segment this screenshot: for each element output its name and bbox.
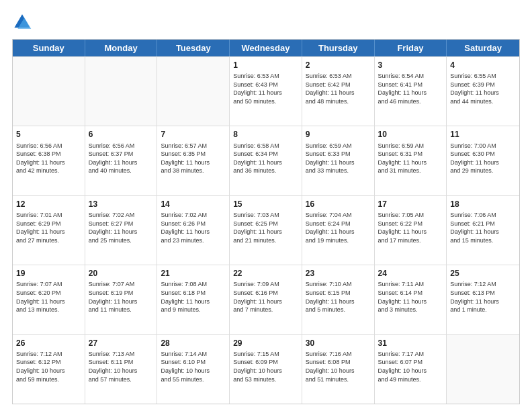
calendar-cell: 28Sunrise: 7:14 AM Sunset: 6:10 PM Dayli… xyxy=(157,335,230,404)
day-number: 23 xyxy=(306,268,371,279)
calendar-cell: 30Sunrise: 7:16 AM Sunset: 6:08 PM Dayli… xyxy=(302,335,375,404)
calendar-cell: 26Sunrise: 7:12 AM Sunset: 6:12 PM Dayli… xyxy=(13,335,85,404)
calendar-cell: 3Sunrise: 6:54 AM Sunset: 6:41 PM Daylig… xyxy=(375,57,447,126)
calendar-week-row: 19Sunrise: 7:07 AM Sunset: 6:20 PM Dayli… xyxy=(13,265,519,334)
calendar-cell: 21Sunrise: 7:08 AM Sunset: 6:18 PM Dayli… xyxy=(157,265,230,334)
calendar-cell: 6Sunrise: 6:56 AM Sunset: 6:37 PM Daylig… xyxy=(85,126,158,195)
calendar-cell: 22Sunrise: 7:09 AM Sunset: 6:16 PM Dayli… xyxy=(230,265,302,334)
calendar-cell: 20Sunrise: 7:07 AM Sunset: 6:19 PM Dayli… xyxy=(85,265,158,334)
logo-icon xyxy=(12,12,32,32)
calendar-week-row: 12Sunrise: 7:01 AM Sunset: 6:29 PM Dayli… xyxy=(13,195,519,265)
calendar-cell xyxy=(13,57,85,126)
day-number: 13 xyxy=(89,199,154,210)
calendar-header-row: SundayMondayTuesdayWednesdayThursdayFrid… xyxy=(13,40,519,56)
day-number: 24 xyxy=(378,268,443,279)
day-number: 20 xyxy=(89,268,154,279)
calendar-cell: 14Sunrise: 7:02 AM Sunset: 6:26 PM Dayli… xyxy=(157,196,230,265)
cell-info: Sunrise: 6:55 AM Sunset: 6:39 PM Dayligh… xyxy=(450,72,516,105)
cell-info: Sunrise: 7:05 AM Sunset: 6:22 PM Dayligh… xyxy=(378,211,443,244)
cell-info: Sunrise: 6:53 AM Sunset: 6:42 PM Dayligh… xyxy=(306,72,371,105)
calendar-header-cell: Sunday xyxy=(13,40,85,56)
calendar-body: 1Sunrise: 6:53 AM Sunset: 6:43 PM Daylig… xyxy=(13,56,519,404)
calendar: SundayMondayTuesdayWednesdayThursdayFrid… xyxy=(12,39,520,404)
calendar-cell: 9Sunrise: 6:59 AM Sunset: 6:33 PM Daylig… xyxy=(302,126,375,195)
calendar-cell: 29Sunrise: 7:15 AM Sunset: 6:09 PM Dayli… xyxy=(230,335,302,404)
calendar-header-cell: Monday xyxy=(85,40,158,56)
calendar-cell: 25Sunrise: 7:12 AM Sunset: 6:13 PM Dayli… xyxy=(447,265,519,334)
calendar-cell: 15Sunrise: 7:03 AM Sunset: 6:25 PM Dayli… xyxy=(230,196,302,265)
day-number: 7 xyxy=(161,129,226,140)
day-number: 27 xyxy=(89,338,154,349)
cell-info: Sunrise: 7:17 AM Sunset: 6:07 PM Dayligh… xyxy=(378,350,443,383)
calendar-week-row: 26Sunrise: 7:12 AM Sunset: 6:12 PM Dayli… xyxy=(13,334,519,404)
day-number: 28 xyxy=(161,338,226,349)
cell-info: Sunrise: 7:04 AM Sunset: 6:24 PM Dayligh… xyxy=(306,211,371,244)
cell-info: Sunrise: 7:03 AM Sunset: 6:25 PM Dayligh… xyxy=(233,211,298,244)
calendar-cell: 11Sunrise: 7:00 AM Sunset: 6:30 PM Dayli… xyxy=(447,126,519,195)
day-number: 9 xyxy=(306,129,371,140)
calendar-cell: 1Sunrise: 6:53 AM Sunset: 6:43 PM Daylig… xyxy=(230,57,302,126)
calendar-header-cell: Wednesday xyxy=(230,40,302,56)
cell-info: Sunrise: 7:14 AM Sunset: 6:10 PM Dayligh… xyxy=(161,350,226,383)
calendar-cell: 10Sunrise: 6:59 AM Sunset: 6:31 PM Dayli… xyxy=(375,126,447,195)
calendar-week-row: 1Sunrise: 6:53 AM Sunset: 6:43 PM Daylig… xyxy=(13,56,519,126)
calendar-cell: 23Sunrise: 7:10 AM Sunset: 6:15 PM Dayli… xyxy=(302,265,375,334)
calendar-header-cell: Saturday xyxy=(447,40,519,56)
day-number: 30 xyxy=(306,338,371,349)
day-number: 14 xyxy=(161,199,226,210)
cell-info: Sunrise: 7:11 AM Sunset: 6:14 PM Dayligh… xyxy=(378,280,443,314)
cell-info: Sunrise: 6:59 AM Sunset: 6:31 PM Dayligh… xyxy=(378,142,443,175)
header xyxy=(12,12,520,32)
cell-info: Sunrise: 7:13 AM Sunset: 6:11 PM Dayligh… xyxy=(89,350,154,383)
calendar-header-cell: Friday xyxy=(375,40,447,56)
cell-info: Sunrise: 7:02 AM Sunset: 6:27 PM Dayligh… xyxy=(89,211,154,244)
calendar-cell: 2Sunrise: 6:53 AM Sunset: 6:42 PM Daylig… xyxy=(302,57,375,126)
day-number: 15 xyxy=(233,199,298,210)
day-number: 6 xyxy=(89,129,154,140)
calendar-week-row: 5Sunrise: 6:56 AM Sunset: 6:38 PM Daylig… xyxy=(13,126,519,195)
cell-info: Sunrise: 7:06 AM Sunset: 6:21 PM Dayligh… xyxy=(450,211,516,244)
cell-info: Sunrise: 7:16 AM Sunset: 6:08 PM Dayligh… xyxy=(306,350,371,383)
calendar-header-cell: Tuesday xyxy=(157,40,230,56)
day-number: 8 xyxy=(233,129,298,140)
cell-info: Sunrise: 7:02 AM Sunset: 6:26 PM Dayligh… xyxy=(161,211,226,244)
day-number: 12 xyxy=(16,199,81,210)
calendar-cell: 18Sunrise: 7:06 AM Sunset: 6:21 PM Dayli… xyxy=(447,196,519,265)
cell-info: Sunrise: 7:07 AM Sunset: 6:20 PM Dayligh… xyxy=(16,280,81,314)
day-number: 21 xyxy=(161,268,226,279)
calendar-cell: 13Sunrise: 7:02 AM Sunset: 6:27 PM Dayli… xyxy=(85,196,158,265)
cell-info: Sunrise: 7:12 AM Sunset: 6:12 PM Dayligh… xyxy=(16,350,81,383)
calendar-cell: 17Sunrise: 7:05 AM Sunset: 6:22 PM Dayli… xyxy=(375,196,447,265)
calendar-cell xyxy=(157,57,230,126)
calendar-header-cell: Thursday xyxy=(302,40,375,56)
calendar-cell: 31Sunrise: 7:17 AM Sunset: 6:07 PM Dayli… xyxy=(375,335,447,404)
cell-info: Sunrise: 6:58 AM Sunset: 6:34 PM Dayligh… xyxy=(233,142,298,175)
calendar-cell: 7Sunrise: 6:57 AM Sunset: 6:35 PM Daylig… xyxy=(157,126,230,195)
day-number: 31 xyxy=(378,338,443,349)
day-number: 11 xyxy=(450,129,516,140)
cell-info: Sunrise: 6:54 AM Sunset: 6:41 PM Dayligh… xyxy=(378,72,443,105)
day-number: 25 xyxy=(450,268,516,279)
day-number: 22 xyxy=(233,268,298,279)
calendar-cell: 4Sunrise: 6:55 AM Sunset: 6:39 PM Daylig… xyxy=(447,57,519,126)
day-number: 5 xyxy=(16,129,81,140)
calendar-cell: 27Sunrise: 7:13 AM Sunset: 6:11 PM Dayli… xyxy=(85,335,158,404)
calendar-cell xyxy=(447,335,519,404)
day-number: 18 xyxy=(450,199,516,210)
cell-info: Sunrise: 7:08 AM Sunset: 6:18 PM Dayligh… xyxy=(161,280,226,314)
cell-info: Sunrise: 7:10 AM Sunset: 6:15 PM Dayligh… xyxy=(306,280,371,314)
cell-info: Sunrise: 7:15 AM Sunset: 6:09 PM Dayligh… xyxy=(233,350,298,383)
calendar-cell: 5Sunrise: 6:56 AM Sunset: 6:38 PM Daylig… xyxy=(13,126,85,195)
logo xyxy=(12,12,35,32)
day-number: 19 xyxy=(16,268,81,279)
cell-info: Sunrise: 6:56 AM Sunset: 6:37 PM Dayligh… xyxy=(89,142,154,175)
cell-info: Sunrise: 6:53 AM Sunset: 6:43 PM Dayligh… xyxy=(233,72,298,105)
cell-info: Sunrise: 7:07 AM Sunset: 6:19 PM Dayligh… xyxy=(89,280,154,314)
calendar-cell: 19Sunrise: 7:07 AM Sunset: 6:20 PM Dayli… xyxy=(13,265,85,334)
cell-info: Sunrise: 6:56 AM Sunset: 6:38 PM Dayligh… xyxy=(16,142,81,175)
day-number: 10 xyxy=(378,129,443,140)
cell-info: Sunrise: 7:01 AM Sunset: 6:29 PM Dayligh… xyxy=(16,211,81,244)
cell-info: Sunrise: 7:09 AM Sunset: 6:16 PM Dayligh… xyxy=(233,280,298,314)
day-number: 2 xyxy=(306,60,371,71)
day-number: 1 xyxy=(233,60,298,71)
